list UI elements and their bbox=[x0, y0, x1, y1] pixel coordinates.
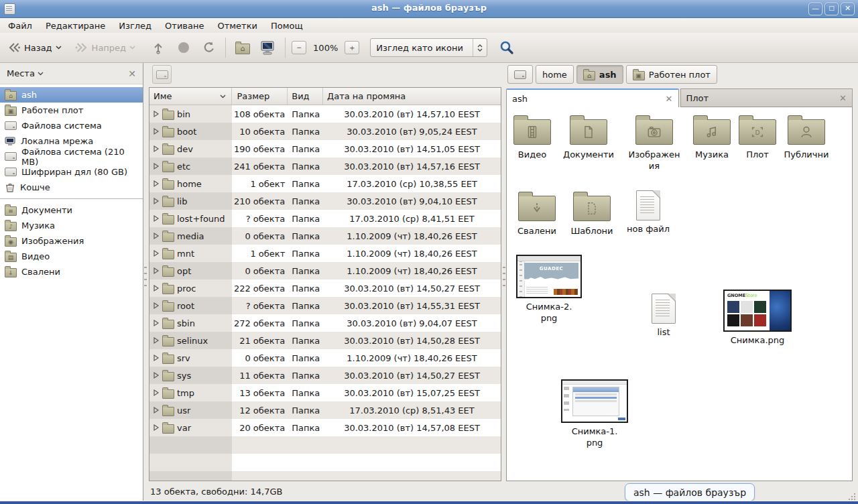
tab-ash[interactable]: ash✕ bbox=[506, 88, 679, 107]
table-row[interactable]: lost+found? обектаПапка17.03.2010 (ср) 8… bbox=[149, 210, 501, 227]
path-button-root[interactable] bbox=[507, 65, 533, 84]
expander-icon[interactable] bbox=[153, 319, 160, 327]
expander-icon[interactable] bbox=[153, 406, 160, 414]
table-row[interactable]: selinux21 обектаПапка30.03.2010 (вт) 14,… bbox=[149, 332, 501, 349]
table-row[interactable]: proc222 обектаПапка30.03.2010 (вт) 14,50… bbox=[149, 279, 501, 297]
expander-icon[interactable] bbox=[153, 145, 160, 153]
expander-icon[interactable] bbox=[153, 284, 160, 292]
table-row[interactable]: usr12 обектаПапка17.03.2010 (ср) 8,51,43… bbox=[149, 401, 501, 419]
icon-item-documents[interactable]: Документи bbox=[555, 114, 622, 160]
tab-close-icon[interactable]: ✕ bbox=[666, 94, 673, 104]
table-row[interactable]: var20 обектаПапка30.03.2010 (вт) 14,57,0… bbox=[149, 419, 501, 436]
menu-item-4[interactable]: Отиване bbox=[158, 19, 210, 32]
expander-icon[interactable] bbox=[153, 180, 160, 188]
sidebar-item-documents[interactable]: ≡Документи bbox=[0, 202, 143, 218]
table-row[interactable]: opt0 обектаПапка1.10.2009 (чт) 18,40,26 … bbox=[149, 262, 501, 279]
table-row[interactable]: etc241 обектаПапка30.03.2010 (вт) 14,57,… bbox=[149, 158, 501, 175]
icon-item-snimka[interactable]: GNOMEStoreСнимка.png bbox=[721, 290, 794, 346]
sidebar-item-downloads[interactable]: ↓Свалени bbox=[0, 264, 143, 279]
icon-item-snimka1[interactable]: Снимка-1.png bbox=[558, 379, 631, 448]
tree-root-button[interactable] bbox=[152, 65, 172, 84]
table-row[interactable]: tmp13 обектаПапка30.03.2010 (вт) 15,07,2… bbox=[149, 384, 501, 401]
menu-item-1[interactable]: Файл bbox=[1, 19, 39, 32]
sidebar-item-filesystem[interactable]: Файлова система bbox=[0, 118, 143, 133]
expander-icon[interactable] bbox=[153, 249, 160, 257]
table-row[interactable]: home1 обектПапка17.03.2010 (ср) 10,38,55… bbox=[149, 175, 501, 192]
home-button[interactable]: ⌂ bbox=[231, 38, 255, 58]
zoom-in-button[interactable]: ＋ bbox=[345, 41, 359, 54]
forward-button[interactable]: Напред bbox=[70, 38, 140, 57]
sidebar-item-desktop[interactable]: ▣Работен плот bbox=[0, 103, 143, 118]
table-row[interactable]: root? обектаПапка30.03.2010 (вт) 14,55,3… bbox=[149, 297, 501, 314]
column-header-size[interactable]: Размер bbox=[232, 88, 288, 105]
sidebar-splitter[interactable] bbox=[144, 267, 147, 291]
icon-item-newfile[interactable]: нов файл bbox=[615, 190, 682, 235]
sidebar-item-encrypted[interactable]: Шифриран дял (80 GB) bbox=[0, 164, 143, 180]
expander-icon[interactable] bbox=[153, 162, 160, 170]
icon-item-snimka2[interactable]: GUADECСнимка-2.png bbox=[512, 255, 586, 324]
stop-button[interactable] bbox=[172, 38, 195, 58]
expander-icon[interactable] bbox=[153, 336, 160, 344]
table-row[interactable]: media0 обектаПапка1.10.2009 (чт) 18,40,2… bbox=[149, 227, 501, 245]
table-row[interactable]: mnt1 обектПапка1.10.2009 (чт) 18,40,26 E… bbox=[149, 245, 501, 262]
sidebar-close-icon[interactable]: ✕ bbox=[128, 69, 136, 78]
close-button[interactable]: ✕ bbox=[841, 3, 855, 15]
expander-icon[interactable] bbox=[153, 197, 160, 205]
icon-item-public[interactable]: Публични bbox=[773, 114, 840, 160]
expander-icon[interactable] bbox=[153, 302, 160, 310]
minimize-button[interactable]: — bbox=[808, 3, 822, 15]
icon-view[interactable]: ВидеоДокументиИзображенияМузикаDПлотПубл… bbox=[506, 107, 853, 481]
sidebar-item-filesystem-210[interactable]: Файлова система (210 MB) bbox=[0, 149, 143, 164]
menu-item-5[interactable]: Отметки bbox=[210, 19, 263, 32]
zoom-out-button[interactable]: − bbox=[292, 41, 306, 54]
sidebar-item-pictures[interactable]: ◉Изображения bbox=[0, 233, 143, 249]
path-button-desktop[interactable]: ▣Работен плот bbox=[626, 65, 717, 84]
menu-item-6[interactable]: Помощ bbox=[264, 19, 310, 32]
pane-splitter[interactable] bbox=[503, 267, 505, 291]
chevron-down-icon[interactable] bbox=[38, 72, 44, 76]
expander-icon[interactable] bbox=[153, 232, 160, 240]
path-button-ash[interactable]: ⌂ash bbox=[576, 65, 623, 84]
computer-button[interactable] bbox=[255, 37, 280, 58]
table-row[interactable]: boot10 обектаПапка30.03.2010 (вт) 9,05,2… bbox=[149, 123, 501, 140]
back-button[interactable]: Назад bbox=[3, 38, 66, 57]
icon-item-images[interactable]: Изображения bbox=[621, 114, 688, 172]
expander-icon[interactable] bbox=[153, 110, 160, 118]
sidebar-item-music[interactable]: ♪Музика bbox=[0, 218, 143, 233]
table-row[interactable]: sys11 обектаПапка30.03.2010 (вт) 14,50,2… bbox=[149, 367, 501, 384]
search-button[interactable] bbox=[494, 36, 519, 59]
back-dropdown-icon[interactable] bbox=[56, 46, 62, 50]
expander-icon[interactable] bbox=[153, 127, 160, 135]
expander-icon[interactable] bbox=[153, 424, 160, 432]
column-header-type[interactable]: Вид bbox=[288, 88, 323, 105]
table-row[interactable]: lib210 обектаПапка30.03.2010 (вт) 9,04,1… bbox=[149, 192, 501, 210]
menu-item-2[interactable]: Редактиране bbox=[39, 19, 112, 32]
tab-close-icon[interactable]: ✕ bbox=[839, 93, 847, 103]
tab-Плот[interactable]: Плот✕ bbox=[680, 88, 853, 107]
up-button[interactable] bbox=[147, 38, 170, 58]
reload-button[interactable] bbox=[198, 38, 221, 58]
expander-icon[interactable] bbox=[153, 389, 160, 397]
expander-icon[interactable] bbox=[153, 354, 160, 362]
expander-icon[interactable] bbox=[153, 267, 160, 275]
table-row[interactable]: bin108 обектаПапка30.03.2010 (вт) 14,57,… bbox=[149, 105, 501, 123]
table-row[interactable]: srv0 обектаПапка1.10.2009 (чт) 18,40,26 … bbox=[149, 349, 501, 367]
view-mode-select[interactable]: Изглед като икони bbox=[370, 38, 487, 57]
expander-icon[interactable] bbox=[153, 214, 160, 223]
sidebar-item-trash[interactable]: Кошче bbox=[0, 180, 143, 195]
table-row[interactable]: sbin272 обектаПапка30.03.2010 (вт) 9,04,… bbox=[149, 314, 501, 332]
path-button-home[interactable]: home bbox=[536, 65, 574, 84]
sidebar-item-ash[interactable]: ⌂ash bbox=[0, 87, 143, 103]
maximize-button[interactable]: □ bbox=[824, 3, 839, 15]
menu-item-3[interactable]: Изглед bbox=[112, 19, 158, 32]
column-header-date[interactable]: Дата на промяна bbox=[323, 88, 501, 105]
resize-grip[interactable] bbox=[849, 492, 857, 500]
table-row[interactable]: dev190 обектаПапка30.03.2010 (вт) 14,51,… bbox=[149, 140, 501, 158]
forward-dropdown-icon[interactable] bbox=[129, 46, 135, 50]
sidebar-item-videos[interactable]: ▤Видео bbox=[0, 249, 143, 264]
column-header-name[interactable]: Име bbox=[149, 88, 232, 105]
icon-item-list[interactable]: list bbox=[630, 294, 697, 338]
chevron-up-down-icon[interactable] bbox=[473, 44, 487, 52]
expander-icon[interactable] bbox=[153, 371, 160, 379]
sidebar-title[interactable]: Места bbox=[7, 68, 35, 78]
